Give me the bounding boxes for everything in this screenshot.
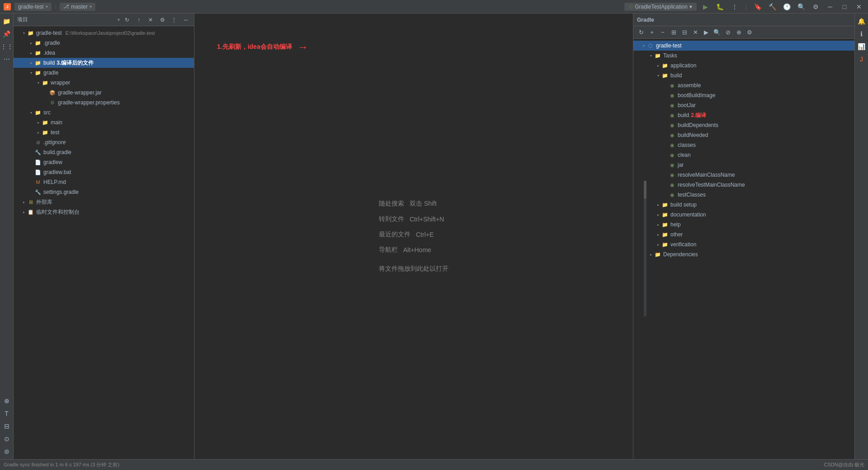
tree-item-build-gradle[interactable]: 🔧 build.gradle	[14, 147, 194, 157]
right-sidebar-graph[interactable]: 📊	[856, 41, 868, 52]
gradle-toggle-btn[interactable]: ⊕	[734, 28, 744, 38]
more-run-button[interactable]: ⋮	[729, 2, 740, 11]
maximize-button[interactable]: □	[839, 2, 850, 11]
history-button[interactable]: 🕐	[781, 2, 792, 11]
gradle-help[interactable]: 📁 help	[633, 220, 854, 230]
gradle-resolveMainClassName[interactable]: ◉ resolveMainClassName	[633, 170, 854, 180]
gradle-other[interactable]: 📁 other	[633, 230, 854, 240]
gradle-search2-btn[interactable]: 🔍	[712, 28, 722, 38]
panel-collapse-btn[interactable]: ↑	[134, 15, 143, 24]
sidebar-pin-icon[interactable]: 📌	[1, 28, 13, 40]
sidebar-bottom-4[interactable]: ⊙	[1, 433, 13, 445]
tree-item-gitignore[interactable]: ⊘ .gitignore	[14, 137, 194, 147]
settings-button[interactable]: ⚙	[810, 2, 821, 11]
hint-row-search: 随处搜索 双击 Shift	[379, 200, 437, 208]
tree-item-wrapper-props[interactable]: ⚙ gradle-wrapper.properties	[14, 98, 194, 108]
gradle-tree-root[interactable]: ⬡ gradle-test	[633, 41, 854, 51]
gradle-buildNeeded[interactable]: ◉ buildNeeded	[633, 130, 854, 140]
gradle-filter-btn[interactable]: ⊘	[723, 28, 733, 38]
sidebar-bottom-2[interactable]: T	[1, 408, 13, 419]
debug-button[interactable]: 🐛	[715, 2, 726, 11]
tree-item-gradle-sub[interactable]: 📁 gradle	[14, 68, 194, 78]
tree-item-external[interactable]: ⊞ 外部库	[14, 197, 194, 207]
gradle-verification[interactable]: 📁 verification	[633, 240, 854, 249]
tree-item-src[interactable]: 📁 src	[14, 108, 194, 118]
arrow	[655, 202, 661, 208]
panel-close-btn[interactable]: ✕	[146, 15, 155, 24]
hint-row-nav: 导航栏 Alt+Home	[379, 246, 431, 254]
search-button[interactable]: 🔍	[796, 2, 807, 11]
right-sidebar-info[interactable]: ℹ	[856, 28, 868, 40]
left-icon-sidebar: 📁 📌 ⋮⋮ ⋯ ⊕ T ⊟ ⊙ ⊜	[0, 14, 14, 459]
run-config-selector[interactable]: ⬡ GradleTestApplication ▾	[624, 3, 697, 11]
tree-item-gradle-dir[interactable]: 📁 .gradle	[14, 38, 194, 48]
gradle-clean[interactable]: ◉ clean	[633, 150, 854, 160]
tree-item-test[interactable]: 📁 test	[14, 127, 194, 137]
tree-item-gradlew[interactable]: 📄 gradlew	[14, 157, 194, 167]
right-sidebar-notifications[interactable]: 🔔	[856, 15, 868, 27]
gradle-minus-btn[interactable]: −	[658, 28, 668, 38]
tree-item-gradlew-bat[interactable]: 📄 gradlew.bat	[14, 167, 194, 177]
right-sidebar: 🔔 ℹ 📊 J	[854, 14, 868, 459]
gradle-tasks-group[interactable]: 📁 Tasks	[633, 51, 854, 61]
gradle-jar[interactable]: ◉ jar	[633, 160, 854, 170]
tree-item-scratch[interactable]: 📋 临时文件和控制台	[14, 207, 194, 217]
sidebar-bottom-5[interactable]: ⊜	[1, 446, 13, 457]
gradle-assemble[interactable]: ◉ assemble	[633, 80, 854, 90]
tree-label-main: main	[51, 119, 62, 126]
panel-gear-btn[interactable]: ⚙	[158, 15, 167, 24]
sidebar-bottom-3[interactable]: ⊟	[1, 420, 13, 432]
panel-refresh-btn[interactable]: ↻	[123, 15, 132, 24]
gradle-build-group[interactable]: 📁 build	[633, 70, 854, 80]
file-icon-settings-gradle: 🔧	[34, 188, 42, 196]
panel-menu-btn[interactable]: ⋮	[170, 15, 179, 24]
gradle-classes[interactable]: ◉ classes	[633, 140, 854, 150]
gradle-application-group[interactable]: 📁 application	[633, 61, 854, 70]
run-button[interactable]: ▶	[700, 2, 711, 11]
gradle-bootBuildImage[interactable]: ◉ bootBuildImage	[633, 90, 854, 100]
gradle-documentation[interactable]: 📁 documentation	[633, 210, 854, 220]
gradle-collapse-btn[interactable]: ⊟	[679, 28, 689, 38]
gradle-link-btn[interactable]: ✕	[690, 28, 700, 38]
gradle-bootJar[interactable]: ◉ bootJar	[633, 100, 854, 110]
gradle-run-btn[interactable]: ▶	[701, 28, 711, 38]
close-button[interactable]: ✕	[854, 2, 864, 11]
gradle-build-task[interactable]: ◉ build 2.编译	[633, 110, 854, 120]
folder-icon-main: 📁	[42, 119, 49, 126]
folder-icon-documentation: 📁	[661, 211, 669, 218]
sidebar-bottom-1[interactable]: ⊕	[1, 395, 13, 407]
branch-selector[interactable]: ⎇ master ▾	[60, 3, 95, 11]
sidebar-project-icon[interactable]: 📁	[1, 15, 13, 27]
gradle-dependencies[interactable]: 📁 Dependencies	[633, 249, 854, 259]
file-icon-build-gradle: 🔧	[34, 149, 42, 156]
project-selector[interactable]: gradle-test ▾	[14, 3, 52, 11]
gradle-resolveTestMainClassName[interactable]: ◉ resolveTestMainClassName	[633, 180, 854, 190]
tree-item-helpmd[interactable]: M HELP.md	[14, 177, 194, 187]
sidebar-structure-icon[interactable]: ⋮⋮	[1, 41, 13, 52]
sidebar-more-icon[interactable]: ⋯	[1, 53, 13, 65]
gradle-refresh-btn[interactable]: ↻	[636, 28, 646, 38]
gradle-buildDependents[interactable]: ◉ buildDependents	[633, 120, 854, 130]
tree-item-idea[interactable]: 📁 .idea	[14, 48, 194, 58]
folder-icon-build-group: 📁	[661, 72, 669, 79]
tree-item-wrapper-jar[interactable]: 📦 gradle-wrapper.jar	[14, 88, 194, 98]
tree-item-settings-gradle[interactable]: 🔧 settings.gradle	[14, 187, 194, 197]
project-panel: 项目 ▾ ↻ ↑ ✕ ⚙ ⋮ ─ 📁 gradle-test E:\Worksp…	[14, 14, 194, 459]
gradle-build-setup[interactable]: 📁 build setup	[633, 200, 854, 210]
tree-item-build[interactable]: 📁 build 3.编译后的文件	[14, 58, 194, 68]
minimize-button[interactable]: ─	[825, 2, 835, 11]
bookmarks-button[interactable]: 🔖	[752, 2, 763, 11]
gradle-testClasses[interactable]: ◉ testClasses	[633, 190, 854, 200]
tree-item-wrapper[interactable]: 📁 wrapper	[14, 78, 194, 88]
gradle-add-btn[interactable]: +	[647, 28, 657, 38]
tree-item-root[interactable]: 📁 gradle-test E:\Workspace\Java\project0…	[14, 28, 194, 38]
build-button[interactable]: 🔨	[767, 2, 778, 11]
tree-item-main[interactable]: 📁 main	[14, 118, 194, 127]
arrow	[655, 212, 661, 218]
arrow-leaf	[662, 82, 669, 89]
run-config-label: GradleTestApplication	[635, 4, 688, 10]
gradle-scrollbar-thumb[interactable]	[644, 181, 646, 199]
gradle-settings-btn[interactable]: ⚙	[745, 28, 755, 38]
gradle-expand-btn[interactable]: ⊞	[669, 28, 679, 38]
panel-minimize-btn[interactable]: ─	[181, 15, 190, 24]
